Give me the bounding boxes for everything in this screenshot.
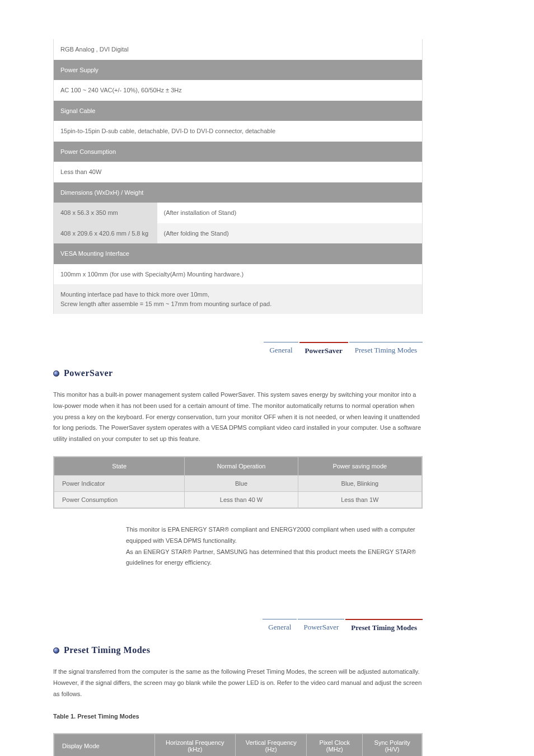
table-row: 408 x 56.3 x 350 mm(After installation o… <box>54 203 423 223</box>
spec-header: VESA Mounting Interface <box>54 243 423 264</box>
ps-cell: Less than 40 W <box>185 491 298 508</box>
spec-value: RGB Analog , DVI Digital <box>54 39 423 60</box>
spec-label: 408 x 56.3 x 350 mm <box>54 203 157 223</box>
tab-preset-timing[interactable]: Preset Timing Modes <box>349 342 423 358</box>
spec-header: Power Supply <box>54 60 423 81</box>
table-row: Power Supply <box>54 60 423 81</box>
table-row: VESA Mounting Interface <box>54 243 423 264</box>
section-heading-row-2: Preset Timing Modes <box>53 645 481 655</box>
table-row: AC 100 ~ 240 VAC(+/- 10%), 60/50Hz ± 3Hz <box>54 80 423 101</box>
ps-cell: Blue <box>185 475 298 491</box>
pt-th-display: Display Mode <box>54 734 154 756</box>
tabs-powersaver: General PowerSaver Preset Timing Modes <box>53 342 423 358</box>
section-heading: PowerSaver <box>64 368 113 378</box>
ps-th-normal: Normal Operation <box>185 457 298 476</box>
powersaver-description: This monitor has a built-in power manage… <box>53 389 423 445</box>
spec-value: (After folding the Stand) <box>157 223 423 244</box>
tab-general-2[interactable]: General <box>263 619 297 635</box>
spec-value: Mounting interface pad have to thick mor… <box>54 284 423 314</box>
tab-powersaver-2[interactable]: PowerSaver <box>298 619 344 635</box>
ps-th-saving: Power saving mode <box>298 457 422 476</box>
spec-header: Dimensions (WxDxH) / Weight <box>54 182 423 203</box>
ps-cell: Power Consumption <box>54 491 185 508</box>
table-row: Power Consumption <box>54 142 423 162</box>
section-heading-2: Preset Timing Modes <box>64 645 150 655</box>
spec-value: AC 100 ~ 240 VAC(+/- 10%), 60/50Hz ± 3Hz <box>54 80 423 101</box>
table-row: 408 x 209.6 x 420.6 mm / 5.8 kg(After fo… <box>54 223 423 244</box>
ps-cell: Power Indicator <box>54 475 185 491</box>
table-row: Signal Cable <box>54 101 423 121</box>
preset-table-title: Table 1. Preset Timing Modes <box>53 711 423 722</box>
table-row: RGB Analog , DVI Digital <box>54 39 423 60</box>
tab-powersaver[interactable]: PowerSaver <box>299 342 348 358</box>
table-row: Less than 40W <box>54 162 423 182</box>
pt-th-sync: Sync Polarity (H/V) <box>363 734 422 756</box>
tabs-preset: General PowerSaver Preset Timing Modes <box>53 619 423 635</box>
specifications-table: RGB Analog , DVI DigitalPower SupplyAC 1… <box>53 39 423 314</box>
powersaver-note: This monitor is EPA ENERGY STAR® complia… <box>53 524 423 569</box>
preset-timing-table: Display Mode Horizontal Frequency (kHz) … <box>53 733 423 756</box>
spec-value: 100mm x 100mm (for use with Specialty(Ar… <box>54 264 423 285</box>
pt-th-vfreq: Vertical Frequency (Hz) <box>236 734 307 756</box>
section-heading-row: PowerSaver <box>53 368 481 378</box>
spec-label: 408 x 209.6 x 420.6 mm / 5.8 kg <box>54 223 157 244</box>
spec-header: Signal Cable <box>54 101 423 121</box>
pt-th-pixel: Pixel Clock (MHz) <box>307 734 363 756</box>
table-row: Mounting interface pad have to thick mor… <box>54 284 423 314</box>
powersaver-table: State Normal Operation Power saving mode… <box>53 456 423 509</box>
spec-value: Less than 40W <box>54 162 423 182</box>
table-row: 100mm x 100mm (for use with Specialty(Ar… <box>54 264 423 285</box>
ps-cell: Blue, Blinking <box>298 475 422 491</box>
bullet-icon <box>53 647 59 654</box>
bullet-icon <box>53 370 59 377</box>
spec-header: Power Consumption <box>54 142 423 162</box>
spec-value: 15pin-to-15pin D-sub cable, detachable, … <box>54 121 423 142</box>
table-row: 15pin-to-15pin D-sub cable, detachable, … <box>54 121 423 142</box>
preset-description: If the signal transferred from the compu… <box>53 666 423 699</box>
pt-th-hfreq: Horizontal Frequency (kHz) <box>154 734 236 756</box>
ps-th-state: State <box>54 457 185 476</box>
tab-preset-timing-2[interactable]: Preset Timing Modes <box>345 619 423 635</box>
tab-general[interactable]: General <box>264 342 298 358</box>
table-row: Power IndicatorBlueBlue, Blinking <box>54 475 422 491</box>
spec-value: (After installation of Stand) <box>157 203 423 223</box>
table-row: Power ConsumptionLess than 40 WLess than… <box>54 491 422 508</box>
table-row: Dimensions (WxDxH) / Weight <box>54 182 423 203</box>
ps-cell: Less than 1W <box>298 491 422 508</box>
